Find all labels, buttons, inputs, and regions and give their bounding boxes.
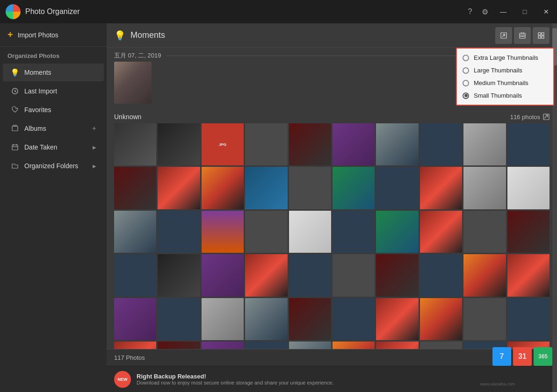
sidebar-item-date-taken[interactable]: Date Taken ▶ [3,138,104,156]
photo-thumb[interactable] [245,167,287,209]
photo-thumb[interactable] [420,254,462,296]
photo-thumb[interactable] [507,123,550,165]
photo-thumb[interactable] [245,342,287,349]
svg-rect-1 [12,126,18,131]
calendar-view-button[interactable] [514,27,531,44]
medium-thumbnails-option[interactable]: Medium Thumbnails [457,77,553,89]
photo-thumb[interactable] [376,298,418,340]
photo-thumb[interactable] [158,254,200,296]
minimize-button[interactable]: — [492,0,514,23]
large-thumbnails-option[interactable]: Large Thumbnails [457,64,553,77]
calendar-widget-365[interactable]: 365 [534,347,552,366]
photo-thumb[interactable] [289,342,331,349]
photo-thumb[interactable] [245,123,287,165]
sidebar-item-moments[interactable]: 💡 Moments [3,64,104,81]
calendar-widget-7[interactable]: 7 [492,347,511,366]
photo-thumb[interactable] [245,298,287,340]
photo-thumb[interactable] [245,211,287,253]
photo-thumb[interactable] [507,298,550,340]
photo-thumb[interactable] [333,167,375,209]
photo-thumb[interactable] [289,211,331,253]
photo-thumb[interactable] [420,298,462,340]
moments-icon: 💡 [10,68,20,77]
photo-thumb[interactable] [376,211,418,253]
moments-label: Moments [24,69,96,76]
photo-thumb[interactable] [376,167,418,209]
new-badge: NEW [114,371,131,388]
photo-thumb[interactable] [420,342,462,349]
photo-thumb[interactable] [333,123,375,165]
photo-thumb[interactable]: JPG [202,123,244,165]
photo-thumb[interactable] [463,298,506,340]
photo-thumb[interactable] [114,167,156,209]
sidebar-item-favorites[interactable]: Favorites [3,101,104,119]
sidebar-item-albums[interactable]: Albums + [3,120,104,137]
sidebar-item-organized-folders[interactable]: Organized Folders ▶ [3,157,104,175]
photo-thumb[interactable] [289,123,331,165]
small-label: Small Thumbnails [474,92,522,99]
photo-thumb[interactable] [158,298,200,340]
photo-thumb[interactable] [463,211,506,253]
svg-rect-2 [13,125,17,126]
export-group-icon[interactable] [543,114,550,120]
photo-thumb[interactable] [202,298,244,340]
photo-thumb[interactable] [202,254,244,296]
photo-thumb[interactable] [114,123,156,165]
photo-thumb[interactable] [463,167,506,209]
svg-rect-18 [538,36,541,38]
photo-thumb[interactable] [289,298,331,340]
photo-thumb[interactable] [507,254,550,296]
photo-thumb[interactable] [289,254,331,296]
photo-thumb[interactable] [158,211,200,253]
photo-thumb[interactable] [376,254,418,296]
photo-thumb[interactable] [507,211,550,253]
last-import-icon [10,86,20,96]
photo-thumb[interactable] [289,167,331,209]
notification-text: Right Backup Released! Download now to e… [137,373,333,385]
help-button[interactable]: ? [463,4,477,19]
organized-folders-icon [10,161,20,171]
main-layout: + Import Photos Organized Photos 💡 Momen… [0,23,557,392]
photo-thumb[interactable] [376,123,418,165]
photo-thumb[interactable] [333,298,375,340]
photo-thumb[interactable] [114,298,156,340]
photo-thumb[interactable] [202,342,244,349]
small-thumbnails-option[interactable]: Small Thumbnails [457,89,553,102]
grid-view-button[interactable] [533,27,550,44]
photo-thumb[interactable] [507,167,550,209]
export-button[interactable] [495,27,512,44]
import-photos-button[interactable]: + Import Photos [0,23,107,47]
photo-thumb[interactable] [114,254,156,296]
photo-thumb[interactable] [158,342,200,349]
photo-thumb[interactable] [114,342,156,349]
photo-thumb[interactable] [202,167,244,209]
photo-thumb[interactable] [463,254,506,296]
close-button[interactable]: ✕ [535,0,557,23]
photo-thumb[interactable] [245,254,287,296]
maximize-button[interactable]: □ [514,0,535,23]
calendar-widget-31[interactable]: 31 [513,347,532,366]
photo-thumb[interactable] [333,211,375,253]
photo-thumb[interactable] [376,342,418,349]
plus-icon: + [7,29,13,40]
bottom-bar: 117 Photos [107,349,557,366]
photo-thumb[interactable] [114,211,156,253]
photo-thumb[interactable] [420,123,462,165]
last-import-label: Last Import [24,87,96,95]
sidebar-item-last-import[interactable]: Last Import [3,82,104,100]
photo-thumb[interactable] [333,342,375,349]
photo-thumb[interactable] [333,254,375,296]
photo-thumb[interactable] [420,211,462,253]
photo-thumb[interactable] [158,123,200,165]
featured-photo-image [114,62,152,104]
svg-rect-16 [538,33,541,35]
photo-thumb[interactable] [463,123,506,165]
albums-add-icon[interactable]: + [92,124,96,133]
photo-thumb[interactable] [202,211,244,253]
extra-large-thumbnails-option[interactable]: Extra Large Thumbnails [457,51,553,64]
photo-thumb[interactable] [420,167,462,209]
photo-thumb[interactable] [158,167,200,209]
settings-button[interactable]: ⚙ [477,4,492,19]
albums-label: Albums [24,125,92,132]
total-photos-label: 117 Photos [114,354,145,361]
